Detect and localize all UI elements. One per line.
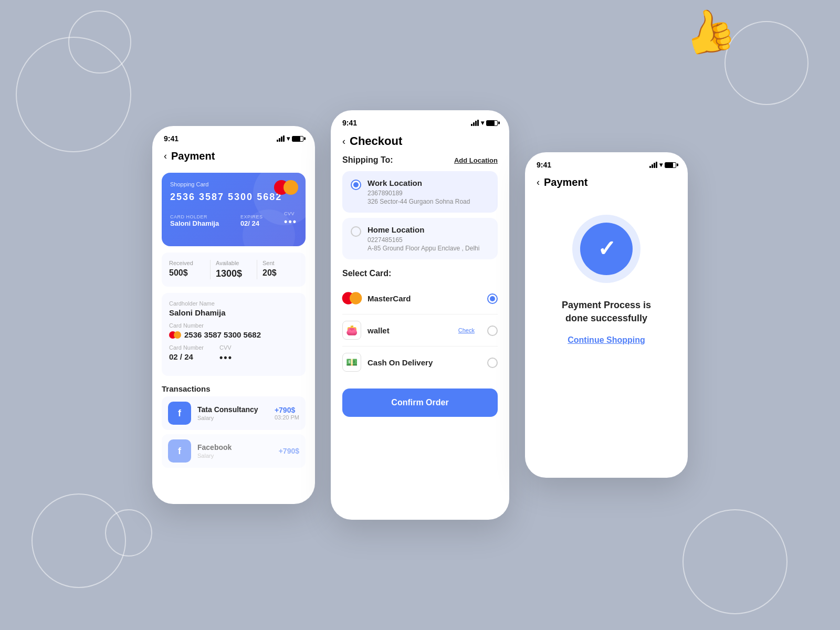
home-location-name: Home Location bbox=[368, 225, 479, 234]
work-location-address: 326 Sector-44 Gurgaon Sohna Road bbox=[368, 198, 470, 205]
card-label: Shopping Card bbox=[170, 181, 297, 187]
mc-small-icon bbox=[169, 331, 181, 339]
back-arrow-center[interactable]: ‹ bbox=[342, 136, 345, 147]
cvv-field-label: CVV bbox=[219, 344, 233, 351]
signal-icon-right bbox=[649, 162, 657, 168]
cvv-field: CVV ••• bbox=[219, 344, 233, 363]
location-work[interactable]: Work Location 2367890189 326 Sector-44 G… bbox=[342, 171, 498, 213]
battery-icon-left bbox=[292, 136, 303, 142]
stat-received: Received 500$ bbox=[169, 260, 205, 279]
wallet-check-link[interactable]: Check bbox=[458, 327, 475, 333]
credit-card: Shopping Card 2536 3587 5300 5682 CARD H… bbox=[162, 173, 306, 246]
home-location-address: A-85 Ground Floor Appu Enclave , Delhi bbox=[368, 245, 479, 252]
success-header-title: Payment bbox=[544, 176, 587, 188]
select-card-label: Select Card: bbox=[342, 269, 498, 278]
status-bar-right: 9:41 ▾ bbox=[526, 153, 687, 172]
card-holder-value: Saloni Dhamija bbox=[170, 219, 219, 227]
time-right: 9:41 bbox=[537, 161, 551, 169]
location-home[interactable]: Home Location 0227485165 A-85 Ground Flo… bbox=[342, 218, 498, 259]
mastercard-option-icon bbox=[342, 289, 361, 308]
payment-title: Payment bbox=[171, 150, 215, 162]
work-location-name: Work Location bbox=[368, 178, 470, 187]
radio-work[interactable] bbox=[351, 180, 361, 190]
transaction-sub-1: Salary bbox=[197, 415, 268, 421]
sent-value: 20$ bbox=[262, 268, 298, 278]
mastercard-option-name: MasterCard bbox=[368, 294, 481, 303]
stat-sent: Sent 20$ bbox=[262, 260, 298, 279]
add-location-link[interactable]: Add Location bbox=[454, 156, 498, 164]
radio-mastercard[interactable] bbox=[487, 293, 498, 304]
card-number-field: Card Number 2536 3587 5300 5682 bbox=[169, 322, 298, 339]
cash-icon: 💵 bbox=[342, 353, 361, 372]
status-icons-left: ▾ bbox=[277, 135, 303, 142]
battery-icon-right bbox=[665, 162, 676, 168]
card-number-field-value: 2536 3587 5300 5682 bbox=[169, 330, 298, 339]
cardholder-field-label: Cardholder Name bbox=[169, 300, 298, 307]
cvv-field-value: ••• bbox=[219, 352, 233, 363]
radio-home[interactable] bbox=[351, 226, 361, 237]
home-location-phone: 0227485165 bbox=[368, 236, 479, 244]
expiry-field: Card Number 02 / 24 bbox=[169, 344, 204, 363]
received-label: Received bbox=[169, 260, 205, 266]
card-cvv-info: CVV ••• bbox=[284, 211, 297, 227]
card-number-field-label: Card Number bbox=[169, 322, 298, 329]
card-option-mastercard[interactable]: MasterCard bbox=[342, 282, 498, 314]
cardholder-field: Cardholder Name Saloni Dhamija bbox=[169, 300, 298, 317]
payment-form: Cardholder Name Saloni Dhamija Card Numb… bbox=[162, 293, 306, 376]
radio-wallet[interactable] bbox=[487, 326, 498, 336]
status-icons-center: ▾ bbox=[471, 119, 498, 127]
select-card-section: Select Card: MasterCard bbox=[342, 269, 498, 378]
status-icons-right: ▾ bbox=[649, 161, 676, 169]
transaction-info-1: Tata Consultancy Salary bbox=[197, 405, 268, 421]
card-expires-info: EXPIRES 02/ 24 bbox=[240, 214, 263, 227]
shipping-header: Shipping To: Add Location bbox=[342, 155, 498, 165]
phones-container: 9:41 ▾ ‹ Payment bbox=[152, 110, 688, 520]
home-location-info: Home Location 0227485165 A-85 Ground Flo… bbox=[368, 225, 479, 252]
checkout-header: ‹ Checkout bbox=[332, 130, 508, 155]
back-arrow-right[interactable]: ‹ bbox=[537, 177, 540, 188]
mc-option-logo bbox=[342, 292, 362, 304]
signal-icon-center bbox=[471, 120, 479, 126]
transaction-amount-1: +790$ bbox=[275, 406, 299, 414]
stats-row: Received 500$ Available 1300$ Sent 20$ bbox=[162, 253, 306, 287]
transaction-sub-2: Salary bbox=[197, 453, 272, 459]
confirm-order-button[interactable]: Confirm Order bbox=[342, 388, 498, 417]
time-left: 9:41 bbox=[164, 134, 178, 143]
card-option-wallet[interactable]: 👛 wallet Check bbox=[342, 314, 498, 346]
transaction-item-2[interactable]: f Facebook Salary +790$ bbox=[162, 434, 306, 468]
stat-divider-1 bbox=[210, 260, 211, 279]
continue-shopping-link[interactable]: Continue Shopping bbox=[568, 335, 645, 345]
expiry-label: Card Number bbox=[169, 344, 204, 351]
card-bottom-info: CARD HOLDER Saloni Dhamija EXPIRES 02/ 2… bbox=[170, 211, 297, 227]
phone-payment: 9:41 ▾ ‹ Payment bbox=[152, 126, 315, 504]
received-value: 500$ bbox=[169, 268, 205, 278]
checkmark-icon: ✓ bbox=[597, 238, 616, 260]
radio-cash[interactable] bbox=[487, 358, 498, 368]
stat-available: Available 1300$ bbox=[216, 260, 251, 279]
transaction-info-2: Facebook Salary bbox=[197, 443, 272, 459]
back-arrow-left[interactable]: ‹ bbox=[164, 151, 167, 162]
success-circle-outer: ✓ bbox=[572, 215, 640, 283]
transactions-title: Transactions bbox=[153, 381, 314, 396]
thumbs-up-decoration: 👍 bbox=[682, 5, 746, 63]
transaction-amount-2: +790$ bbox=[279, 447, 299, 455]
available-label: Available bbox=[216, 260, 251, 266]
checkout-content: Shipping To: Add Location Work Location … bbox=[332, 155, 508, 422]
success-message: Payment Process isdone successfully bbox=[562, 299, 651, 325]
transaction-time-1: 03:20 PM bbox=[275, 414, 299, 421]
wifi-icon-left: ▾ bbox=[287, 135, 290, 142]
cash-option-name: Cash On Delivery bbox=[368, 358, 481, 367]
wallet-option-name: wallet bbox=[368, 326, 452, 335]
battery-icon-center bbox=[486, 120, 498, 126]
wallet-icon: 👛 bbox=[342, 321, 361, 340]
cvv-value: ••• bbox=[284, 216, 297, 227]
expires-label: EXPIRES bbox=[240, 214, 263, 219]
card-option-cash[interactable]: 💵 Cash On Delivery bbox=[342, 346, 498, 378]
expiry-value: 02 / 24 bbox=[169, 352, 204, 361]
time-center: 9:41 bbox=[342, 119, 357, 127]
available-value: 1300$ bbox=[216, 268, 251, 279]
payment-header: ‹ Payment bbox=[153, 146, 314, 167]
success-circle-inner: ✓ bbox=[580, 223, 633, 275]
signal-icon-left bbox=[277, 135, 285, 142]
transaction-item-1[interactable]: f Tata Consultancy Salary +790$ 03:20 PM bbox=[162, 396, 306, 430]
